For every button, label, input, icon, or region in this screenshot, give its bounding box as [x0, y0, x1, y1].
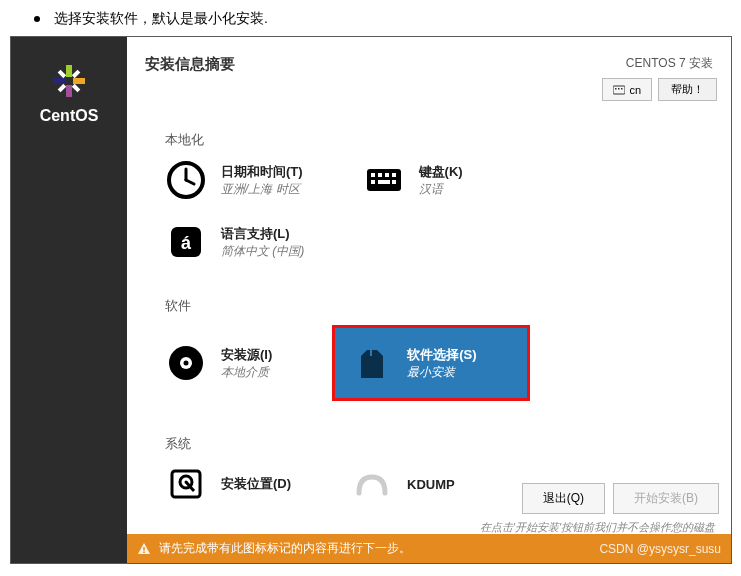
page-title: 安装信息摘要	[145, 55, 235, 74]
source-title: 安装源(I)	[221, 346, 272, 364]
svg-rect-17	[378, 173, 382, 177]
keyboard-mini-icon	[613, 85, 625, 95]
lang-code: cn	[629, 84, 641, 96]
main-panel: 安装信息摘要 CENTOS 7 安装 cn 帮助！ 本地化	[127, 37, 731, 563]
package-icon	[351, 342, 393, 384]
watermark: CSDN @ysysysr_susu	[599, 542, 721, 556]
installer-window: CentOS 安装信息摘要 CENTOS 7 安装 cn 帮助！ 本地化	[10, 36, 732, 564]
topbar: 安装信息摘要 CENTOS 7 安装 cn 帮助！	[127, 37, 731, 111]
help-button[interactable]: 帮助！	[658, 78, 717, 101]
caption-text: 选择安装软件，默认是最小化安装.	[54, 10, 268, 28]
svg-rect-1	[73, 78, 85, 84]
quit-button[interactable]: 退出(Q)	[522, 483, 605, 514]
svg-rect-8	[613, 86, 625, 94]
svg-line-14	[186, 180, 194, 184]
svg-text:á: á	[181, 233, 192, 253]
language-icon: á	[165, 221, 207, 263]
topbar-right: CENTOS 7 安装 cn 帮助！	[602, 55, 717, 101]
begin-install-button[interactable]: 开始安装(B)	[613, 483, 719, 514]
section-software: 软件	[165, 297, 713, 315]
svg-rect-32	[143, 547, 145, 551]
svg-rect-16	[371, 173, 375, 177]
svg-point-27	[184, 361, 189, 366]
sidebar: CentOS	[11, 37, 127, 563]
section-localization: 本地化	[165, 131, 713, 149]
disc-icon	[165, 342, 207, 384]
bullet-icon	[34, 16, 40, 22]
keyboard-icon	[363, 159, 405, 201]
warning-text: 请先完成带有此图标标记的内容再进行下一步。	[159, 540, 411, 557]
keyboard-title: 键盘(K)	[419, 163, 463, 181]
svg-rect-20	[371, 180, 375, 184]
selection-title: 软件选择(S)	[407, 346, 476, 364]
svg-rect-10	[618, 88, 620, 90]
selection-sub: 最小安装	[407, 364, 476, 381]
doc-caption: 选择安装软件，默认是最小化安装.	[0, 0, 741, 34]
install-source-spoke[interactable]: 安装源(I) 本地介质	[165, 325, 272, 401]
svg-rect-19	[392, 173, 396, 177]
content-area: 本地化 日期和时间(T) 亚洲/上海 时区 键盘(K)	[127, 111, 731, 525]
software-selection-spoke[interactable]: 软件选择(S) 最小安装	[332, 325, 529, 401]
svg-rect-7	[58, 70, 66, 78]
language-spoke[interactable]: á 语言支持(L) 简体中文 (中国)	[165, 221, 304, 263]
svg-rect-33	[143, 551, 145, 553]
datetime-title: 日期和时间(T)	[221, 163, 303, 181]
source-sub: 本地介质	[221, 364, 272, 381]
centos-logo-icon	[49, 61, 89, 101]
keyboard-sub: 汉语	[419, 181, 463, 198]
language-title: 语言支持(L)	[221, 225, 304, 243]
svg-rect-0	[66, 65, 72, 77]
install-label: CENTOS 7 安装	[626, 55, 713, 72]
keyboard-spoke[interactable]: 键盘(K) 汉语	[363, 159, 463, 201]
svg-rect-2	[66, 85, 72, 97]
datetime-spoke[interactable]: 日期和时间(T) 亚洲/上海 时区	[165, 159, 303, 201]
keyboard-layout-indicator[interactable]: cn	[602, 78, 652, 101]
svg-rect-6	[58, 84, 66, 92]
hint-text: 在点击'开始安装'按钮前我们并不会操作您的磁盘	[139, 520, 719, 535]
svg-rect-5	[72, 84, 80, 92]
svg-rect-3	[53, 78, 65, 84]
clock-icon	[165, 159, 207, 201]
warning-icon	[137, 542, 151, 556]
datetime-sub: 亚洲/上海 时区	[221, 181, 303, 198]
brand-label: CentOS	[40, 107, 99, 125]
bottom-bar: 退出(Q) 开始安装(B) 在点击'开始安装'按钮前我们并不会操作您的磁盘	[127, 483, 731, 535]
svg-rect-22	[392, 180, 396, 184]
svg-rect-4	[72, 70, 80, 78]
svg-rect-18	[385, 173, 389, 177]
section-system: 系统	[165, 435, 713, 453]
svg-rect-11	[621, 88, 623, 90]
language-sub: 简体中文 (中国)	[221, 243, 304, 260]
warning-bar: 请先完成带有此图标标记的内容再进行下一步。 CSDN @ysysysr_susu	[127, 534, 731, 563]
svg-rect-21	[378, 180, 390, 184]
svg-rect-9	[615, 88, 617, 90]
